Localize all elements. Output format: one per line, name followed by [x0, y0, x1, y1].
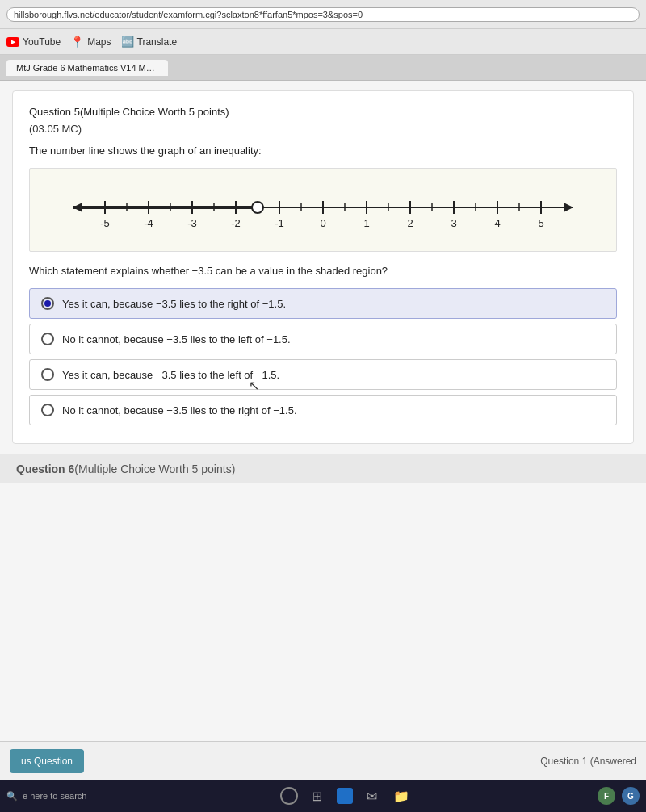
question5-code: (03.05 MC) — [29, 123, 617, 135]
answer-C-text: Yes it can, because −3.5 lies to the lef… — [62, 369, 279, 381]
radio-B[interactable] — [41, 333, 54, 345]
answer-choice-D[interactable]: No it cannot, because −3.5 lies to the r… — [29, 395, 617, 425]
answer-A-text: Yes it can, because −3.5 lies to the rig… — [62, 298, 286, 310]
taskbar-right-icons: F G — [598, 787, 640, 805]
answer-choice-B[interactable]: No it cannot, because −3.5 lies to the l… — [29, 324, 617, 354]
svg-text:-4: -4 — [144, 217, 153, 229]
taskbar-windows-icon[interactable] — [337, 788, 353, 804]
question5-title-suffix: (Multiple Choice Worth 5 points) — [80, 106, 229, 118]
translate-icon: 🔤 — [121, 36, 134, 48]
active-tab[interactable]: MtJ Grade 6 Mathematics V14 Ms. Selma Cl… — [6, 60, 168, 76]
question5-sub-prompt: Which statement explains whether −3.5 ca… — [29, 265, 617, 277]
svg-text:-5: -5 — [100, 217, 110, 229]
answered-status: Question 1 (Answered — [540, 755, 636, 767]
bookmarks-bar: YouTube 📍 Maps 🔤 Translate — [0, 29, 646, 55]
question6-title-bold: Question 6 — [16, 463, 74, 475]
number-line-container: -5 -4 -3 -2 -1 0 — [29, 168, 617, 252]
radio-A-inner — [44, 300, 51, 307]
taskbar-taskview-icon[interactable]: ⊞ — [308, 786, 327, 806]
bookmark-maps-label: Maps — [87, 36, 111, 48]
svg-text:1: 1 — [363, 217, 369, 229]
browser-url-bar[interactable]: hillsborough.flvs.net/educator/student/e… — [0, 0, 646, 29]
search-icon: 🔍 — [6, 791, 18, 802]
answer-choice-C[interactable]: Yes it can, because −3.5 lies to the lef… — [29, 359, 617, 390]
bookmark-youtube-label: YouTube — [23, 36, 61, 48]
taskbar-search-label: e here to search — [23, 791, 87, 801]
question5-title-text: Question 5 — [29, 106, 80, 118]
bookmark-translate[interactable]: 🔤 Translate — [121, 36, 178, 48]
question5-container: Question 5(Multiple Choice Worth 5 point… — [12, 90, 634, 444]
question5-prompt: The number line shows the graph of an in… — [29, 144, 617, 157]
svg-text:-3: -3 — [187, 217, 197, 229]
bookmark-maps[interactable]: 📍 Maps — [70, 36, 111, 48]
svg-text:-1: -1 — [275, 217, 284, 229]
prev-question-button[interactable]: us Question — [10, 749, 84, 773]
taskbar: 🔍 e here to search ⊞ ✉ 📁 F G — [0, 780, 646, 812]
number-line-wrapper: -5 -4 -3 -2 -1 0 — [38, 185, 608, 241]
number-line-svg: -5 -4 -3 -2 -1 0 — [48, 185, 598, 241]
open-circle — [252, 202, 263, 213]
bookmark-translate-label: Translate — [137, 36, 178, 48]
main-content: Question 5(Multiple Choice Worth 5 point… — [0, 81, 646, 741]
tab-bar: MtJ Grade 6 Mathematics V14 Ms. Selma Cl… — [0, 55, 646, 81]
taskbar-search-area[interactable]: 🔍 e here to search — [6, 791, 87, 802]
youtube-icon — [6, 37, 19, 47]
svg-text:5: 5 — [538, 217, 543, 229]
taskbar-icon-G[interactable]: G — [622, 787, 640, 805]
question6-footer: Question 6(Multiple Choice Worth 5 point… — [0, 454, 646, 483]
answer-B-text: No it cannot, because −3.5 lies to the l… — [62, 333, 291, 345]
question6-title: Question 6(Multiple Choice Worth 5 point… — [16, 463, 630, 475]
radio-C[interactable] — [41, 368, 54, 381]
taskbar-icons-group: ⊞ ✉ 📁 — [100, 786, 592, 806]
question6-title-suffix: (Multiple Choice Worth 5 points) — [74, 463, 235, 475]
taskbar-search-button[interactable] — [280, 787, 298, 805]
bottom-nav: us Question Question 1 (Answered — [0, 741, 646, 780]
answer-choice-A[interactable]: Yes it can, because −3.5 lies to the rig… — [29, 288, 617, 319]
bookmark-youtube[interactable]: YouTube — [6, 36, 61, 48]
svg-text:3: 3 — [451, 217, 456, 229]
svg-text:0: 0 — [320, 217, 325, 229]
maps-icon: 📍 — [70, 36, 84, 48]
question5-title: Question 5(Multiple Choice Worth 5 point… — [29, 104, 617, 118]
radio-A[interactable] — [41, 297, 54, 310]
svg-text:2: 2 — [407, 217, 413, 229]
right-arrow — [564, 203, 573, 212]
radio-D[interactable] — [41, 404, 54, 416]
answer-D-text: No it cannot, because −3.5 lies to the r… — [62, 404, 297, 416]
taskbar-files-icon[interactable]: 📁 — [392, 786, 411, 806]
taskbar-mail-icon[interactable]: ✉ — [363, 786, 382, 806]
svg-text:-2: -2 — [231, 217, 241, 229]
url-input[interactable]: hillsborough.flvs.net/educator/student/e… — [6, 7, 640, 22]
svg-text:4: 4 — [494, 217, 500, 229]
taskbar-icon-F[interactable]: F — [598, 787, 615, 805]
